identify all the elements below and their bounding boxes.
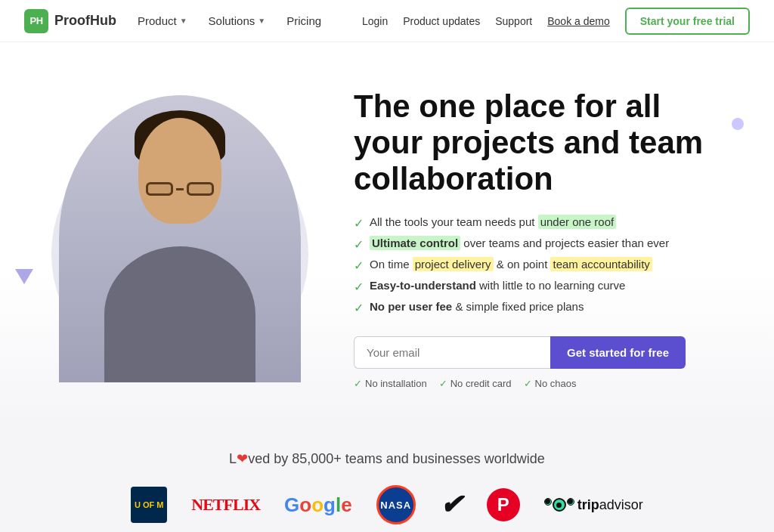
nav-product[interactable]: Product ▼: [138, 14, 187, 27]
logo-icon: PH: [24, 9, 48, 33]
loved-section: L❤ved by 85,000+ teams and businesses wo…: [0, 420, 774, 532]
nav-book-demo[interactable]: Book a demo: [547, 15, 610, 27]
navbar: PH ProofHub Product ▼ Solutions ▼ Pricin…: [0, 0, 774, 42]
tripadvisor-icon: [544, 498, 574, 512]
feature-list: ✓ All the tools your team needs put unde…: [354, 215, 738, 315]
start-trial-button[interactable]: Start your free trial: [625, 8, 750, 35]
get-started-button[interactable]: Get started for free: [550, 336, 686, 369]
person-glasses: [146, 182, 214, 196]
email-input[interactable]: [354, 336, 550, 369]
logo[interactable]: PH ProofHub: [24, 9, 116, 33]
feature-item-3: ✓ On time project delivery & on point te…: [354, 258, 738, 273]
product-chevron-icon: ▼: [180, 17, 187, 25]
brand-nike: ✔: [440, 488, 463, 521]
hero-title: The one place for all your projects and …: [354, 88, 738, 198]
person-face: [138, 118, 221, 224]
glasses-bridge: [176, 188, 183, 190]
nav-login[interactable]: Login: [362, 15, 388, 27]
brands-row: U OF M NETFLIX Google NASA ✔ P tripadvis…: [24, 485, 750, 524]
email-form: Get started for free: [354, 336, 738, 369]
glasses-right: [187, 182, 214, 196]
hero-section: The one place for all your projects and …: [0, 42, 774, 420]
nav-solutions[interactable]: Solutions ▼: [209, 14, 266, 27]
brand-google: Google: [284, 488, 352, 521]
person-body: [104, 246, 255, 382]
no-install-item: ✓ No installation: [354, 378, 427, 389]
solutions-chevron-icon: ▼: [258, 17, 265, 25]
brand-michigan: U OF M: [131, 487, 167, 523]
no-chaos-check-icon: ✓: [524, 378, 532, 389]
no-credit-item: ✓ No credit card: [439, 378, 512, 389]
no-chaos-item: ✓ No chaos: [524, 378, 577, 389]
heart-icon: ❤: [237, 451, 248, 466]
nav-product-updates[interactable]: Product updates: [403, 15, 480, 27]
check-icon-3: ✓: [354, 258, 364, 273]
check-icon-4: ✓: [354, 280, 364, 294]
brand-tripadvisor: tripadvisor: [544, 488, 643, 521]
nav-pricing[interactable]: Pricing: [286, 14, 321, 27]
deco-circle-icon: [732, 118, 744, 130]
brand-nasa: NASA: [376, 485, 416, 524]
hero-content: The one place for all your projects and …: [354, 88, 738, 390]
feature-item-4: ✓ Easy-to-understand with little to no l…: [354, 279, 738, 294]
brand-netflix: NETFLIX: [191, 488, 260, 521]
no-install-check-icon: ✓: [354, 378, 362, 389]
hero-person-image: [59, 95, 301, 382]
brand-pinterest: P: [487, 488, 520, 521]
nav-right: Login Product updates Support Book a dem…: [362, 8, 750, 35]
no-credit-check-icon: ✓: [439, 378, 447, 389]
feature-item-1: ✓ All the tools your team needs put unde…: [354, 215, 738, 230]
deco-triangle-icon: [15, 269, 33, 284]
nav-support[interactable]: Support: [495, 15, 532, 27]
check-icon-2: ✓: [354, 237, 364, 252]
glasses-left: [146, 182, 173, 196]
feature-item-5: ✓ No per user fee & simple fixed price p…: [354, 300, 738, 315]
logo-text: ProofHub: [54, 13, 116, 29]
check-icon-1: ✓: [354, 216, 364, 230]
feature-item-2: ✓ Ultimate control over teams and projec…: [354, 237, 738, 252]
check-icon-5: ✓: [354, 301, 364, 315]
loved-title: L❤ved by 85,000+ teams and businesses wo…: [24, 450, 750, 467]
hero-image: [36, 95, 324, 382]
no-install-row: ✓ No installation ✓ No credit card ✓ No …: [354, 378, 738, 389]
nav-left: PH ProofHub Product ▼ Solutions ▼ Pricin…: [24, 9, 321, 33]
